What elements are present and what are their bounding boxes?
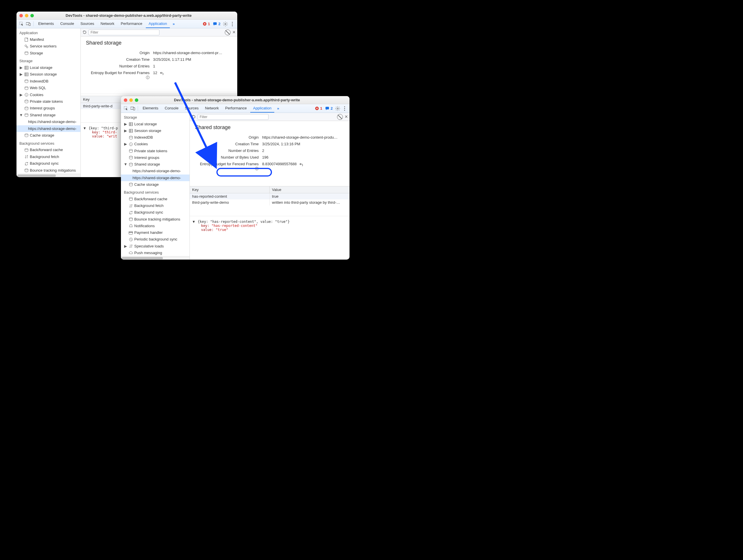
sidebar-item-local-storage[interactable]: ▶ Local storage — [16, 64, 80, 71]
sidebar-item-interest-groups[interactable]: Interest groups — [16, 105, 80, 112]
tab-console[interactable]: Console — [57, 20, 77, 28]
tab-elements[interactable]: Elements — [140, 104, 161, 113]
sidebar-item-btm[interactable]: Bounce tracking mitigations — [121, 216, 189, 222]
tab-application[interactable]: Application — [250, 104, 274, 113]
sidebar-item-cache-storage[interactable]: Cache storage — [16, 132, 80, 139]
errors-badge[interactable]: 1 — [314, 104, 323, 113]
cookie-icon — [128, 142, 133, 146]
sidebar-item-shared-origin-b[interactable]: https://shared-storage-demo- — [121, 174, 189, 181]
sidebar-item-shared-origin-a[interactable]: https://shared-storage-demo- — [16, 118, 80, 125]
sidebar-item-background-sync[interactable]: Background sync — [16, 160, 80, 167]
sidebar-item-private-state-tokens[interactable]: Private state tokens — [121, 147, 189, 154]
sidebar-item-websql[interactable]: Web SQL — [16, 85, 80, 91]
window-close-icon[interactable] — [124, 98, 127, 102]
collapse-icon[interactable]: ▼ — [124, 162, 127, 167]
inspect-icon[interactable] — [18, 20, 25, 28]
sidebar-item-background-sync[interactable]: Background sync — [121, 209, 189, 216]
sidebar-item-shared-storage[interactable]: ▼Shared storage — [121, 161, 189, 168]
collapse-icon[interactable]: ▼ — [193, 220, 195, 224]
tab-elements[interactable]: Elements — [35, 20, 57, 28]
tab-network[interactable]: Network — [202, 104, 222, 113]
expand-icon[interactable]: ▶ — [124, 128, 127, 134]
close-icon[interactable]: × — [232, 29, 235, 35]
sidebar-item-bfc[interactable]: Back/forward cache — [121, 196, 189, 202]
sidebar-item-indexeddb[interactable]: IndexedDB — [121, 134, 189, 141]
tab-performance[interactable]: Performance — [222, 104, 250, 113]
svg-point-49 — [129, 183, 133, 184]
tab-sources[interactable]: Sources — [182, 104, 202, 113]
more-tabs-icon[interactable]: » — [170, 20, 177, 28]
more-tabs-icon[interactable]: » — [275, 104, 281, 113]
sidebar-item-manifest[interactable]: Manifest — [16, 36, 80, 43]
undo-icon[interactable] — [300, 162, 304, 166]
sidebar-item-push-messaging[interactable]: Push messaging — [121, 250, 189, 256]
sidebar-item-shared-origin-b[interactable]: https://shared-storage-demo- — [16, 125, 80, 132]
sidebar-item-session-storage[interactable]: ▶Session storage — [121, 127, 189, 134]
filter-input[interactable] — [89, 30, 160, 35]
expand-icon[interactable]: ▶ — [124, 121, 127, 127]
row-entries: Number of Entries 1 — [81, 63, 237, 70]
sidebar-item-background-fetch[interactable]: Background fetch — [16, 154, 80, 160]
sidebar-item-service-workers[interactable]: Service workers — [16, 43, 80, 49]
expand-icon[interactable]: ▶ — [19, 65, 23, 71]
sidebar-item-speculative-loads[interactable]: ▶Speculative loads — [121, 243, 189, 250]
sidebar-scrollbar[interactable] — [16, 174, 80, 177]
messages-badge[interactable]: 2 — [212, 20, 222, 28]
collapse-icon[interactable]: ▼ — [19, 112, 23, 118]
sidebar-item-notifications[interactable]: Notifications — [121, 222, 189, 229]
kebab-menu-icon[interactable] — [229, 20, 235, 28]
sidebar-item-shared-storage[interactable]: ▼ Shared storage — [16, 112, 80, 118]
sidebar-item-private-state-tokens[interactable]: Private state tokens — [16, 98, 80, 105]
table-row[interactable]: has-reported-content true — [190, 193, 350, 200]
sidebar-item-shared-origin-a[interactable]: https://shared-storage-demo- — [121, 168, 189, 174]
close-icon[interactable]: × — [345, 114, 348, 120]
column-key[interactable]: Key — [190, 186, 270, 193]
info-icon[interactable] — [146, 76, 149, 79]
sidebar-item-cookies[interactable]: ▶Cookies — [121, 141, 189, 147]
errors-badge[interactable]: 1 — [202, 20, 211, 28]
device-toggle-icon[interactable] — [25, 20, 32, 28]
window-close-icon[interactable] — [19, 14, 23, 17]
expand-icon[interactable]: ▶ — [124, 141, 127, 147]
table-row[interactable]: third-party-write-demo written into thir… — [190, 200, 350, 206]
undo-icon[interactable] — [160, 71, 164, 75]
sidebar-item-bfc[interactable]: Back/forward cache — [16, 147, 80, 154]
expand-icon[interactable]: ▶ — [19, 92, 23, 98]
kebab-menu-icon[interactable] — [341, 104, 348, 113]
tab-console[interactable]: Console — [162, 104, 181, 113]
tab-sources[interactable]: Sources — [78, 20, 97, 28]
sidebar-scrollbar[interactable] — [121, 256, 189, 260]
sidebar-item-payment-handler[interactable]: Payment handler — [121, 229, 189, 236]
sidebar-item-background-fetch[interactable]: Background fetch — [121, 203, 189, 209]
expand-icon[interactable]: ▶ — [19, 72, 23, 77]
database-icon — [128, 197, 133, 201]
tab-performance[interactable]: Performance — [118, 20, 145, 28]
sidebar-item-cache-storage[interactable]: Cache storage — [121, 181, 189, 188]
expand-icon[interactable]: ▶ — [124, 244, 127, 249]
settings-icon[interactable] — [335, 104, 341, 113]
messages-badge[interactable]: 2 — [324, 104, 334, 113]
clear-icon[interactable] — [225, 30, 231, 35]
sidebar-item-btm[interactable]: Bounce tracking mitigations — [16, 167, 80, 174]
device-toggle-icon[interactable] — [130, 104, 136, 113]
sidebar-item-session-storage[interactable]: ▶ Session storage — [16, 71, 80, 78]
refresh-icon[interactable] — [82, 30, 87, 35]
filter-input[interactable] — [198, 114, 268, 120]
page-title: Shared storage — [81, 37, 237, 49]
sidebar-item-storage[interactable]: Storage — [16, 50, 80, 56]
sidebar-item-cookies[interactable]: ▶ Cookies — [16, 91, 80, 98]
info-icon[interactable] — [255, 167, 259, 170]
refresh-icon[interactable] — [191, 115, 196, 119]
tab-network[interactable]: Network — [98, 20, 118, 28]
collapse-icon[interactable]: ▼ — [84, 126, 87, 130]
settings-icon[interactable] — [222, 20, 228, 28]
tab-application[interactable]: Application — [146, 20, 170, 28]
sidebar-item-periodic-sync[interactable]: Periodic background sync — [121, 236, 189, 243]
clear-icon[interactable] — [337, 114, 343, 120]
inspect-icon[interactable] — [123, 104, 129, 113]
sidebar-item-local-storage[interactable]: ▶Local storage — [121, 121, 189, 127]
column-value[interactable]: Value — [270, 186, 350, 193]
sidebar-item-interest-groups[interactable]: Interest groups — [121, 154, 189, 161]
svg-point-56 — [257, 168, 257, 168]
sidebar-item-indexeddb[interactable]: IndexedDB — [16, 78, 80, 85]
